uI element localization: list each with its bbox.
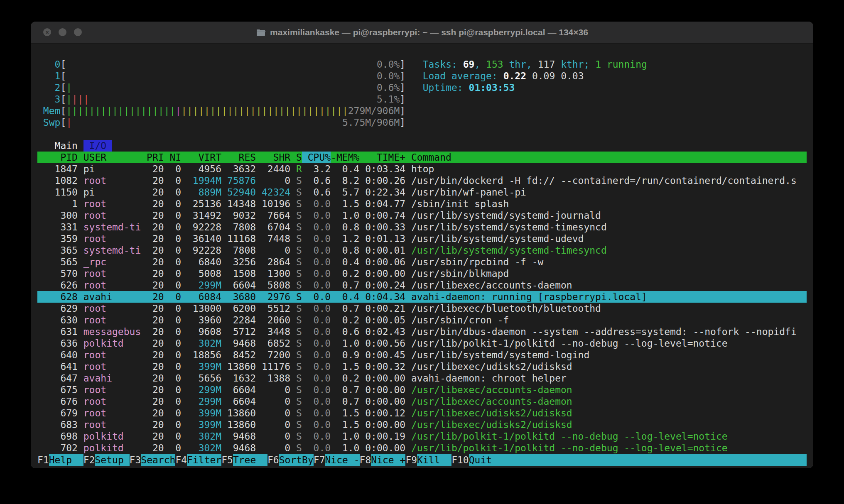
cell-ni: 0 — [164, 442, 182, 454]
cell-ni: 0 — [164, 361, 182, 372]
column-header-cpu[interactable]: CPU% — [302, 152, 331, 163]
process-row-570[interactable]: 570root200500815081300S0.00.20:00.00/usr… — [37, 268, 807, 279]
process-row-365[interactable]: 365systemd-ti2009222878080S0.00.80:00.01… — [37, 245, 807, 256]
cell-pri: 20 — [141, 163, 164, 175]
column-header-virt[interactable]: VIRT — [181, 152, 221, 163]
meter-segment: ||||||||||||||||||||||||||||| — [181, 105, 348, 116]
minimize-button[interactable] — [59, 28, 66, 36]
process-row-300[interactable]: 300root2003149290327664S0.01.00:00.74/us… — [37, 210, 807, 221]
cell-res: 6604 — [221, 384, 256, 396]
fn-f10-quit[interactable]: F10Quit — [451, 454, 503, 466]
cell-virt: 36140 — [181, 233, 221, 245]
cell-res: 1632 — [221, 372, 256, 384]
fn-action-label: Kill — [417, 454, 451, 466]
window-title-text: maximiliankaske — pi@raspberrypi: ~ — ss… — [270, 27, 588, 37]
cell-virt: 299M — [181, 279, 221, 291]
process-row-640[interactable]: 640root2001885684527200S0.00.90:00.45/us… — [37, 349, 807, 361]
cell-cpu: 0.0 — [302, 279, 331, 291]
column-header-s[interactable]: S — [296, 152, 302, 163]
fn-f7-nice--[interactable]: F7Nice - — [314, 454, 360, 466]
column-header-user[interactable]: USER — [83, 152, 141, 163]
cell-user: avahi — [83, 291, 141, 303]
cell-cpu: 0.0 — [302, 338, 331, 349]
process-row-698[interactable]: 698polkitd200302M94680S0.01.00:00.19/usr… — [37, 431, 807, 442]
process-row-629[interactable]: 629root2001300062005512S0.00.70:00.21/us… — [37, 303, 807, 314]
cell-cpu: 0.0 — [302, 221, 331, 233]
cell-cmd: /usr/lib/systemd/systemd-timesyncd — [411, 245, 807, 256]
process-row-641[interactable]: 641root200399M1386011176S0.01.50:00.32/u… — [37, 361, 807, 372]
meter-label: 1 — [37, 70, 60, 82]
column-header-pri[interactable]: PRI — [141, 152, 164, 163]
cell-res: 6200 — [221, 303, 256, 314]
tab-main[interactable]: Main — [49, 140, 83, 152]
fn-f3-search[interactable]: F3Search — [130, 454, 176, 466]
cell-shr: 6704 — [256, 221, 290, 233]
column-header-shr[interactable]: SHR — [256, 152, 290, 163]
process-row-565[interactable]: 565_rpc200684032562864S0.00.40:00.06/usr… — [37, 256, 807, 268]
process-row-631[interactable]: 631messagebus200960857123448S0.00.60:02.… — [37, 326, 807, 338]
meter-bar: 0.0% — [66, 59, 400, 70]
fn-f2-setup[interactable]: F2Setup — [83, 454, 130, 466]
fn-action-label: Tree — [233, 454, 267, 466]
process-row-636[interactable]: 636polkitd200302M94686852S0.01.00:00.56/… — [37, 338, 807, 349]
column-header-cmd[interactable]: Command — [411, 152, 807, 163]
column-header-ni[interactable]: NI — [164, 152, 182, 163]
cell-ni: 0 — [164, 314, 182, 326]
meter-segment: | — [66, 117, 72, 128]
cell-user: systemd-ti — [83, 221, 141, 233]
cell-time: 0:00.00 — [359, 372, 405, 384]
cell-mem: 1.0 — [331, 210, 359, 221]
cell-user: root — [83, 407, 141, 419]
cell-time: 0:00.33 — [359, 221, 405, 233]
cpu-meter-2: 2[|0.6%] — [37, 82, 405, 93]
process-row-630[interactable]: 630root200396022842060S0.00.20:00.05/usr… — [37, 314, 807, 326]
fn-f9-kill[interactable]: F9Kill — [405, 454, 451, 466]
tab-io[interactable]: I/O — [83, 140, 112, 152]
process-row-1847[interactable]: 1847pi200495636322440R3.20.40:03.34htop — [37, 163, 807, 175]
cell-cmd: /usr/libexec/udisks2/udisksd — [411, 407, 807, 419]
fn-key-label: F2 — [83, 454, 95, 466]
process-row-1[interactable]: 1root200251361434810196S0.01.50:04.77/sb… — [37, 198, 807, 210]
column-header-pid[interactable]: PID — [37, 152, 78, 163]
cell-s: S — [296, 303, 302, 314]
fn-f8-nice-+[interactable]: F8Nice + — [360, 454, 406, 466]
cell-s: S — [296, 175, 302, 186]
column-header-time[interactable]: TIME+ — [359, 152, 405, 163]
process-row-683[interactable]: 683root200399M138600S0.01.50:00.00/usr/l… — [37, 419, 807, 431]
cell-mem: 1.2 — [331, 233, 359, 245]
fn-action-label: Help — [49, 454, 83, 466]
process-row-675[interactable]: 675root200299M66040S0.00.70:00.00/usr/li… — [37, 384, 807, 396]
process-row-359[interactable]: 359root20036140111687448S0.01.20:01.13/u… — [37, 233, 807, 245]
close-button[interactable]: × — [43, 28, 51, 36]
fn-bar-fill — [503, 454, 807, 466]
process-row-676[interactable]: 676root200299M66040S0.00.70:00.00/usr/li… — [37, 396, 807, 407]
cell-pid: 702 — [37, 442, 78, 454]
process-row-626[interactable]: 626root200299M66045808S0.00.70:00.24/usr… — [37, 279, 807, 291]
cell-pid: 570 — [37, 268, 78, 279]
cell-pri: 20 — [141, 245, 164, 256]
process-row-331[interactable]: 331systemd-ti2009222878086704S0.00.80:00… — [37, 221, 807, 233]
fn-f5-tree[interactable]: F5Tree — [221, 454, 267, 466]
meter-segment: ||||||||||||||||||| — [66, 105, 175, 116]
meter-open-bracket: [ — [60, 59, 66, 70]
swap-meter: Swp[|5.75M/906M] — [37, 117, 405, 128]
process-row-702[interactable]: 702polkitd200302M94680S0.01.00:00.00/usr… — [37, 442, 807, 454]
cell-pri: 20 — [141, 396, 164, 407]
process-row-628[interactable]: 628avahi200608436802976S0.00.40:04.34ava… — [37, 291, 807, 303]
cell-mem: 0.7 — [331, 384, 359, 396]
process-row-647[interactable]: 647avahi200565616321388S0.00.20:00.00ava… — [37, 372, 807, 384]
fn-f6-sortby[interactable]: F6SortBy — [267, 454, 314, 466]
fn-f1-help[interactable]: F1Help — [37, 454, 83, 466]
column-header-res[interactable]: RES — [221, 152, 256, 163]
cell-cpu: 0.0 — [302, 407, 331, 419]
cell-mem: 1.0 — [331, 442, 359, 454]
process-row-679[interactable]: 679root200399M138600S0.01.50:00.12/usr/l… — [37, 407, 807, 419]
titlebar[interactable]: × maximiliankaske — pi@raspberrypi: ~ — … — [31, 22, 813, 44]
cell-res: 11168 — [221, 233, 256, 245]
zoom-button[interactable] — [74, 28, 82, 36]
process-row-1150[interactable]: 1150pi200889M5294042324S0.65.70:22.34/us… — [37, 186, 807, 198]
fn-f4-filter[interactable]: F4Filter — [175, 454, 221, 466]
process-row-1082[interactable]: 1082root2001994M758760S0.68.20:00.26/usr… — [37, 175, 807, 186]
cell-s: S — [296, 419, 302, 431]
column-header-mem[interactable]: -MEM% — [331, 152, 359, 163]
